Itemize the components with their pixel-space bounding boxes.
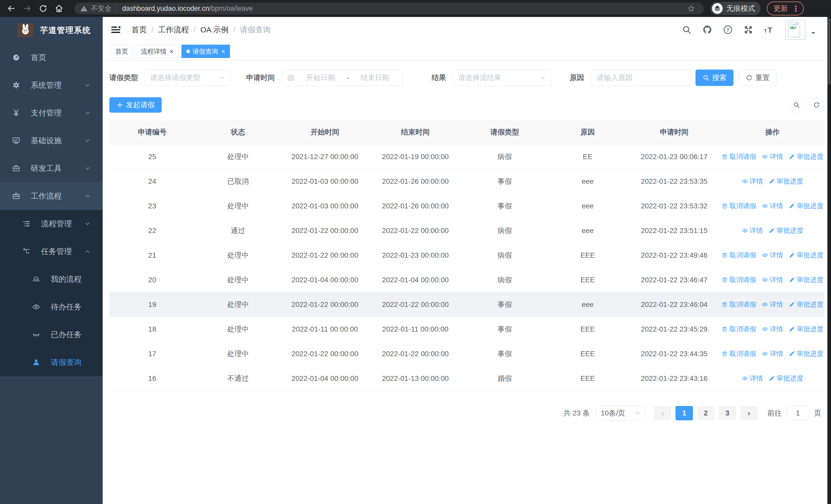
tab-process-detail[interactable]: 流程详情× xyxy=(136,45,178,58)
column-header-id: 申请编号 xyxy=(109,127,195,137)
page-button-3[interactable]: 3 xyxy=(719,406,736,420)
user-menu-caret-icon[interactable] xyxy=(810,30,816,36)
cancel-action-link[interactable]: 取消请假 xyxy=(721,251,756,260)
progress-action-link[interactable]: 审批进度 xyxy=(769,226,803,235)
sidebar-item-my-process[interactable]: 我的流程 xyxy=(0,265,103,293)
sidebar-item-home[interactable]: 首页 xyxy=(0,43,103,71)
refresh-table-button[interactable] xyxy=(809,97,824,113)
breadcrumb-item[interactable]: OA 示例 xyxy=(200,25,229,35)
goto-page-input[interactable] xyxy=(786,406,809,420)
progress-action-link[interactable]: 审批进度 xyxy=(769,177,803,186)
browser-menu-icon[interactable]: ⋮ xyxy=(792,4,800,13)
tab-leave-query[interactable]: 请假查询× xyxy=(181,45,230,58)
eye-icon xyxy=(762,252,768,259)
cancel-action-link[interactable]: 取消请假 xyxy=(721,300,756,309)
cancel-action-link[interactable]: 取消请假 xyxy=(721,325,756,334)
progress-action-link[interactable]: 审批进度 xyxy=(789,202,823,210)
screen: 不安全 dashboard.yudao.iocoder.cn/bpm/oa/le… xyxy=(0,0,831,504)
progress-action-link[interactable]: 审批进度 xyxy=(769,374,803,383)
detail-action-link[interactable]: 详情 xyxy=(762,202,783,210)
detail-action-link[interactable]: 详情 xyxy=(742,374,763,383)
leave-type-select[interactable]: 请选择请假类型 xyxy=(145,69,231,86)
detail-action-link[interactable]: 详情 xyxy=(742,226,763,235)
app-title: 芋道管理系统 xyxy=(40,25,91,36)
progress-action-link[interactable]: 审批进度 xyxy=(789,349,823,358)
progress-action-link[interactable]: 审批进度 xyxy=(789,300,823,309)
leave-type-placeholder: 请选择请假类型 xyxy=(150,73,200,83)
create-leave-button[interactable]: 发起请假 xyxy=(109,97,162,113)
sidebar-item-payment-management[interactable]: 支付管理 xyxy=(0,99,103,127)
forward-icon[interactable] xyxy=(23,4,32,13)
detail-action-link[interactable]: 详情 xyxy=(762,300,783,309)
page-scrollbar[interactable] xyxy=(827,17,831,504)
sidebar-toggle-icon[interactable] xyxy=(110,24,121,35)
scrollbar-thumb[interactable] xyxy=(828,18,830,85)
cell-applied: 2022-01-22 23:46:47 xyxy=(628,276,721,284)
page-button-2[interactable]: 2 xyxy=(697,406,715,420)
cell-start: 2022-01-22 00:00:00 xyxy=(281,227,369,235)
prev-page-button[interactable]: ‹ xyxy=(654,406,671,420)
sidebar-item-dev-tools[interactable]: 研发工具 xyxy=(0,154,103,182)
cell-ops: 详情审批进度 xyxy=(721,374,824,383)
cancel-action-link[interactable]: 取消请假 xyxy=(721,152,756,161)
result-select[interactable]: 请选择流结果 xyxy=(453,69,552,86)
user-avatar[interactable] xyxy=(785,20,805,40)
help-icon[interactable]: ? xyxy=(723,25,733,35)
sidebar-item-process-management[interactable]: 流程管理 xyxy=(0,210,103,238)
reset-button[interactable]: 重置 xyxy=(739,69,777,86)
reload-icon[interactable] xyxy=(38,4,48,13)
trash-icon xyxy=(721,301,728,308)
toggle-search-button[interactable] xyxy=(789,97,804,113)
search-button[interactable]: 搜索 xyxy=(695,69,734,86)
sidebar-item-done-tasks[interactable]: 已办任务 xyxy=(0,321,103,349)
reason-input[interactable] xyxy=(591,69,691,86)
chevron-up-icon xyxy=(84,248,91,255)
progress-action-link[interactable]: 审批进度 xyxy=(789,275,823,284)
sidebar-item-todo-tasks[interactable]: 待办任务 xyxy=(0,293,103,321)
detail-action-link[interactable]: 详情 xyxy=(762,325,783,334)
apply-time-range-picker[interactable]: 开始日期 - 结束日期 xyxy=(282,69,402,86)
cell-id: 18 xyxy=(109,325,195,333)
cell-reason: eee xyxy=(548,300,628,309)
progress-action-link[interactable]: 审批进度 xyxy=(789,152,823,161)
detail-action-link[interactable]: 详情 xyxy=(762,275,783,284)
app-logo[interactable]: 芋道管理系统 xyxy=(0,17,103,43)
cancel-action-link[interactable]: 取消请假 xyxy=(721,349,756,358)
sidebar-item-infrastructure[interactable]: 基础设施 xyxy=(0,127,103,154)
progress-action-link[interactable]: 审批进度 xyxy=(789,325,823,334)
sidebar-item-workflow[interactable]: 工作流程 xyxy=(0,182,103,210)
detail-action-link[interactable]: 详情 xyxy=(762,349,783,358)
cancel-action-link[interactable]: 取消请假 xyxy=(721,202,756,210)
back-icon[interactable] xyxy=(7,4,16,13)
detail-action-link[interactable]: 详情 xyxy=(762,251,783,260)
progress-action-link[interactable]: 审批进度 xyxy=(789,251,823,260)
cell-status: 处理中 xyxy=(195,201,281,211)
column-header-reason: 原因 xyxy=(548,127,628,137)
tab-home[interactable]: 首页 xyxy=(110,45,133,58)
home-icon[interactable] xyxy=(54,4,64,13)
chevron-down-icon xyxy=(84,137,91,144)
breadcrumb-item[interactable]: 首页 xyxy=(132,25,147,35)
detail-action-link[interactable]: 详情 xyxy=(762,152,783,161)
font-size-icon[interactable]: TT xyxy=(764,25,774,35)
browser-update-button[interactable]: 更新 ⋮ xyxy=(767,2,804,16)
github-icon[interactable] xyxy=(702,25,712,35)
next-page-button[interactable]: › xyxy=(740,406,757,420)
address-bar[interactable]: 不安全 dashboard.yudao.iocoder.cn/bpm/oa/le… xyxy=(75,3,704,14)
detail-action-link[interactable]: 详情 xyxy=(742,177,763,186)
close-tab-icon[interactable]: × xyxy=(221,48,225,55)
table-row: 23处理中2022-01-03 00:00:002022-01-26 00:00… xyxy=(109,194,824,218)
cancel-action-link[interactable]: 取消请假 xyxy=(721,275,756,284)
close-tab-icon[interactable]: × xyxy=(170,48,173,55)
breadcrumb-item[interactable]: 工作流程 xyxy=(158,25,189,35)
trash-icon xyxy=(721,203,728,209)
sidebar-item-system-management[interactable]: 系统管理 xyxy=(0,71,103,99)
update-label: 更新 xyxy=(774,4,788,13)
page-button-1[interactable]: 1 xyxy=(676,406,693,420)
fullscreen-icon[interactable] xyxy=(743,25,753,35)
sidebar-item-leave-query[interactable]: 请假查询 xyxy=(0,349,103,376)
search-icon[interactable] xyxy=(682,25,692,35)
page-size-select[interactable]: 10条/页 xyxy=(596,406,645,421)
bookmark-star-icon[interactable] xyxy=(687,5,695,12)
sidebar-item-task-management[interactable]: 任务管理 xyxy=(0,238,103,265)
